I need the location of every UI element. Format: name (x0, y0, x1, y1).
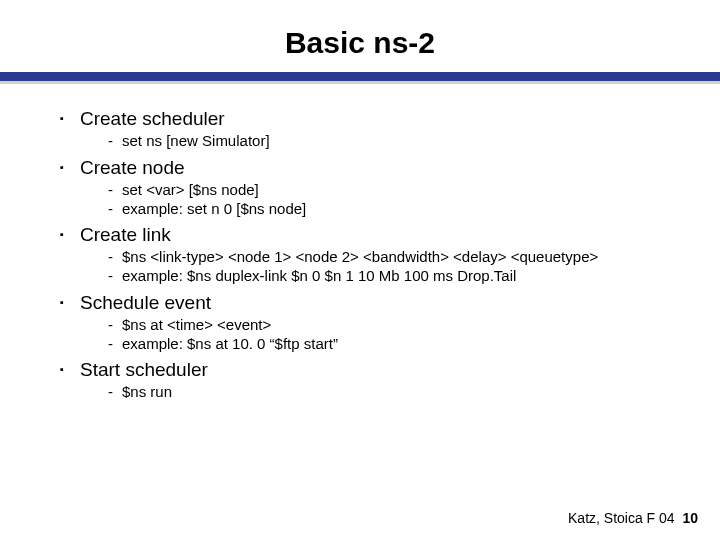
sub-list-item: example: $ns at 10. 0 “$ftp start” (108, 335, 710, 354)
list-item: Create link $ns <link-type> <node 1> <no… (60, 224, 710, 286)
sub-list: set <var> [$ns node] example: set n 0 [$… (80, 181, 710, 219)
bullet-label: Create node (80, 157, 185, 178)
sub-list: $ns <link-type> <node 1> <node 2> <bandw… (80, 248, 710, 286)
footer: Katz, Stoica F 04 10 (568, 510, 698, 526)
sub-list-item: $ns <link-type> <node 1> <node 2> <bandw… (108, 248, 710, 267)
page-number: 10 (682, 510, 698, 526)
sub-list: set ns [new Simulator] (80, 132, 710, 151)
list-item: Start scheduler $ns run (60, 359, 710, 402)
bullet-list: Create scheduler set ns [new Simulator] … (60, 108, 710, 402)
page-title: Basic ns-2 (0, 0, 720, 72)
list-item: Create node set <var> [$ns node] example… (60, 157, 710, 219)
sub-list-item: example: set n 0 [$ns node] (108, 200, 710, 219)
list-item: Create scheduler set ns [new Simulator] (60, 108, 710, 151)
bullet-label: Start scheduler (80, 359, 208, 380)
sub-list-item: example: $ns duplex-link $n 0 $n 1 10 Mb… (108, 267, 710, 286)
sub-list-item: set <var> [$ns node] (108, 181, 710, 200)
bullet-label: Schedule event (80, 292, 211, 313)
title-rule (0, 72, 720, 84)
footer-text: Katz, Stoica F 04 (568, 510, 675, 526)
sub-list-item: set ns [new Simulator] (108, 132, 710, 151)
sub-list: $ns run (80, 383, 710, 402)
sub-list: $ns at <time> <event> example: $ns at 10… (80, 316, 710, 354)
sub-list-item: $ns run (108, 383, 710, 402)
bullet-label: Create scheduler (80, 108, 225, 129)
list-item: Schedule event $ns at <time> <event> exa… (60, 292, 710, 354)
bullet-label: Create link (80, 224, 171, 245)
slide: Basic ns-2 Create scheduler set ns [new … (0, 0, 720, 540)
sub-list-item: $ns at <time> <event> (108, 316, 710, 335)
content: Create scheduler set ns [new Simulator] … (0, 84, 720, 402)
